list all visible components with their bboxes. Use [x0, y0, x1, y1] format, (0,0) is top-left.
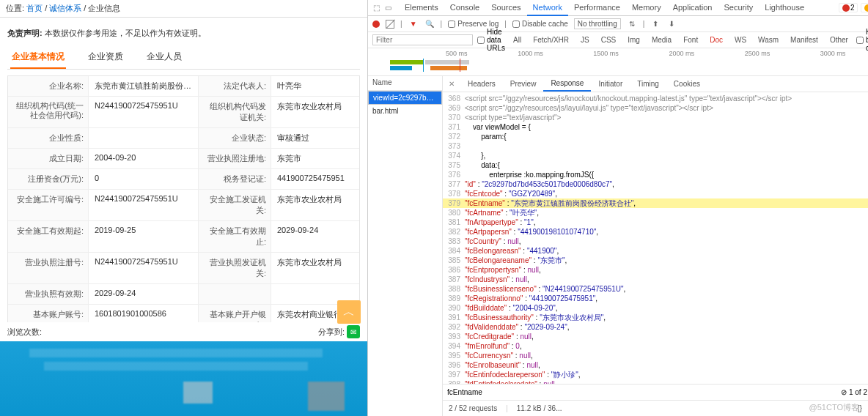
filter-input[interactable]: [372, 34, 473, 45]
clear-icon[interactable]: [386, 20, 394, 29]
search-input[interactable]: [447, 388, 540, 396]
blurred-footer: [0, 341, 367, 416]
breadcrumb-page: 企业信息: [88, 4, 120, 12]
pill-ws[interactable]: WS: [731, 35, 750, 45]
tick: 2500 ms: [745, 50, 770, 57]
pill-wasm[interactable]: Wasm: [754, 35, 782, 45]
lbl-name: 企业名称:: [8, 76, 89, 96]
dtab-headers[interactable]: Headers: [460, 77, 503, 91]
pill-css[interactable]: CSS: [597, 35, 620, 45]
search-icon[interactable]: 🔍: [424, 19, 435, 29]
tab-basic[interactable]: 企业基本情况: [10, 46, 66, 69]
tick: 1500 ms: [593, 50, 619, 57]
disable-cache[interactable]: Disable cache: [512, 20, 568, 28]
val-safe: N2441900725475951U: [89, 190, 198, 220]
detail-tabs: ✕ Headers Preview Response Initiator Tim…: [443, 76, 868, 92]
lbl-org: 组织机构代码(统一社会信用代码):: [8, 97, 89, 127]
error-badge[interactable]: 2: [839, 3, 858, 12]
val-nature: [89, 128, 198, 148]
breadcrumb-label: 位置:: [6, 4, 24, 12]
lbl-safestart: 安全施工有效期起:: [8, 221, 89, 252]
tab-personnel[interactable]: 企业人员: [145, 46, 183, 69]
val-licexp: 2029-09-24: [89, 284, 198, 304]
pill-font[interactable]: Font: [680, 35, 702, 45]
lbl-regaddr: 营业执照注册地:: [198, 149, 271, 168]
request-list: Name viewId=2c9297bd7bd453... bar.html: [368, 76, 443, 416]
pill-other[interactable]: Other: [826, 35, 852, 45]
disclaimer: 免责声明: 本数据仅作参考用途，不足以作为有效证明。: [7, 23, 360, 46]
lbl-licexp: 营业执照有效期:: [8, 284, 89, 304]
tab-lighthouse[interactable]: Lighthouse: [759, 0, 810, 16]
filter-row: Hide data URLs All Fetch/XHR JS CSS Img …: [368, 32, 868, 48]
tab-elements[interactable]: Elements: [399, 0, 444, 16]
val-safestart: 2019-09-25: [89, 221, 198, 252]
lbl-acct: 基本账户账号:: [8, 305, 89, 322]
tab-performance[interactable]: Performance: [568, 0, 626, 16]
breadcrumb-sys[interactable]: 诚信体系: [49, 4, 81, 12]
status-bar: 2 / 52 requests | 11.2 kB / 36... {} Lin…: [443, 400, 868, 416]
pill-xhr[interactable]: Fetch/XHR: [529, 35, 573, 45]
val-status: 审核通过: [271, 128, 359, 148]
tab-qualification[interactable]: 企业资质: [87, 46, 125, 69]
response-code[interactable]: 368<script src="/ggzy/resources/js/knock…: [443, 92, 868, 384]
tick: 2000 ms: [669, 50, 695, 57]
tab-security[interactable]: Security: [718, 0, 759, 16]
pill-doc[interactable]: Doc: [706, 35, 727, 45]
val-name: 东莞市黄江镇胜前岗股份经济联合社: [89, 76, 198, 96]
match-count: 1 of 2: [849, 388, 867, 396]
pill-manifest[interactable]: Manifest: [787, 35, 822, 45]
inspect-icon[interactable]: ⬚: [371, 3, 381, 13]
lbl-lic: 营业执照注册号:: [8, 253, 89, 283]
scroll-top-button[interactable]: ︿: [337, 300, 361, 324]
pill-js[interactable]: JS: [577, 35, 593, 45]
device-icon[interactable]: ▭: [383, 3, 393, 13]
dtab-cookies[interactable]: Cookies: [666, 77, 707, 91]
request-2[interactable]: bar.html: [368, 105, 442, 117]
dtab-timing[interactable]: Timing: [630, 77, 666, 91]
network-toolbar: | ▼ 🔍 | Preserve log | Disable cache No …: [368, 16, 868, 32]
lbl-safeauth: 安全施工发证机关:: [198, 190, 271, 220]
transfer-size: 11.2 kB / 36...: [517, 404, 562, 412]
download-icon[interactable]: ⬇: [666, 19, 677, 29]
val-acct: 1601801901000586: [89, 305, 198, 322]
val-capital: 0: [89, 169, 198, 189]
tab-sources[interactable]: Sources: [485, 0, 526, 16]
lbl-tax: 税务登记证:: [198, 169, 271, 189]
dtab-preview[interactable]: Preview: [503, 77, 544, 91]
wechat-icon[interactable]: ✉: [347, 325, 360, 338]
req-count: 2 / 52 requests: [449, 404, 497, 412]
dtab-initiator[interactable]: Initiator: [591, 77, 630, 91]
pill-all[interactable]: All: [510, 35, 525, 45]
lbl-empty: [198, 284, 271, 304]
tab-console[interactable]: Console: [444, 0, 485, 16]
preserve-log[interactable]: Preserve log: [448, 20, 499, 28]
lbl-est: 成立日期:: [8, 149, 89, 168]
tab-application[interactable]: Application: [667, 0, 718, 16]
warn-badge-1[interactable]: 1: [861, 3, 868, 12]
filter-icon[interactable]: ▼: [408, 19, 419, 29]
info-tabs: 企业基本情况 企业资质 企业人员: [7, 46, 360, 70]
val-safeauth: 东莞市农业农村局: [271, 190, 359, 220]
lbl-safe: 安全施工许可编号:: [8, 190, 89, 220]
dtab-response[interactable]: Response: [543, 76, 591, 92]
tick: 500 ms: [446, 50, 468, 57]
name-header[interactable]: Name: [368, 76, 442, 91]
pill-media[interactable]: Media: [648, 35, 675, 45]
tab-memory[interactable]: Memory: [626, 0, 667, 16]
watermark: @51CTO博客: [809, 402, 859, 413]
record-icon[interactable]: [372, 21, 380, 28]
pill-img[interactable]: Img: [624, 35, 644, 45]
wifi-icon[interactable]: ⇅: [627, 19, 637, 29]
upload-icon[interactable]: ⬆: [650, 19, 661, 29]
throttle-select[interactable]: No throttling: [574, 18, 621, 29]
lbl-orgauth: 组织机构代码发证机关:: [198, 97, 271, 127]
val-rep: 叶亮华: [271, 76, 359, 96]
disclaimer-prefix: 免责声明:: [7, 29, 43, 37]
view-count: 浏览次数:: [7, 327, 42, 338]
waterfall[interactable]: 500 ms 1000 ms 1500 ms 2000 ms 2500 ms 3…: [368, 48, 868, 76]
request-1[interactable]: viewId=2c9297bd7bd453...: [368, 91, 442, 105]
close-detail-icon[interactable]: ✕: [443, 80, 460, 88]
tab-network[interactable]: Network: [527, 0, 568, 16]
breadcrumb-home[interactable]: 首页: [26, 4, 43, 12]
breadcrumb: 位置: 首页 / 诚信体系 / 企业信息: [0, 0, 367, 18]
